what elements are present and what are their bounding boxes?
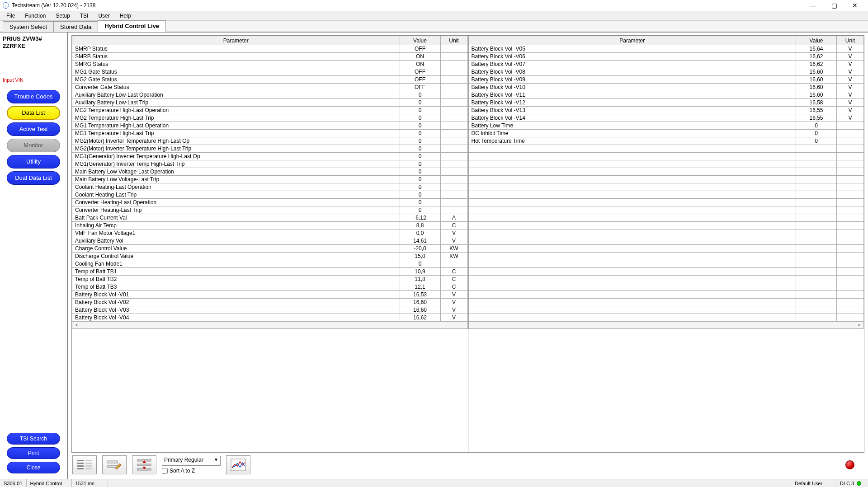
cell-value: 16,60 (796, 76, 837, 84)
table-row[interactable]: DC Inhibit Time0 (468, 130, 864, 137)
table-row[interactable]: MG1(Generator) Inverter Temp High-Last T… (72, 160, 468, 168)
table-row[interactable]: MG2 Temperature High-Last Trip0 (72, 114, 468, 122)
table-row-empty (468, 199, 864, 206)
table-row[interactable]: SMRP StatusOFF (72, 45, 468, 53)
table-row[interactable]: SMRB StatusON (72, 53, 468, 61)
cell-value: 8,8 (400, 222, 440, 229)
table-row[interactable]: Inhaling Air Temp8,8C (72, 222, 468, 229)
table-row[interactable]: Charge Control Value-20,0KW (72, 245, 468, 253)
tab-hybrid-control-live[interactable]: Hybrid Control Live (98, 20, 166, 32)
table-row[interactable]: Battery Block Vol -V0316,60V (72, 306, 468, 314)
table-row[interactable]: Main Battery Low Voltage-Last Trip0 (72, 176, 468, 183)
table-row[interactable]: Temp of Batt TB110,9C (72, 268, 468, 276)
table-row[interactable]: MG2 Temperature High-Last Operation0 (72, 107, 468, 114)
table-row[interactable]: Battery Block Vol -V0216,60V (72, 299, 468, 306)
col-unit[interactable]: Unit (440, 36, 467, 45)
table-row[interactable]: MG1 Temperature High-Last Trip0 (72, 130, 468, 137)
minimize-button[interactable]: — (803, 0, 824, 11)
close-window-button[interactable]: ✕ (844, 0, 865, 11)
table-row[interactable]: Temp of Batt TB211,8C (72, 276, 468, 283)
table-row[interactable]: Main Battery Low Voltage-Last Operation0 (72, 168, 468, 176)
table-row[interactable]: Battery Block Vol -V0716,62V (468, 61, 864, 68)
table-row[interactable]: MG2(Motor) Inverter Temperature High-Las… (72, 145, 468, 153)
side-tsi-search-button[interactable]: TSI Search (7, 433, 60, 445)
table-row[interactable]: MG1 Temperature High-Last Operation0 (72, 122, 468, 130)
cell-unit (440, 137, 467, 145)
tab-stored-data[interactable]: Stored Data (53, 21, 98, 32)
menu-help[interactable]: Help (115, 12, 136, 20)
table-row[interactable]: Battery Block Vol -V0516,64V (468, 45, 864, 53)
expand-rows-button[interactable] (132, 455, 156, 474)
right-hscroll[interactable]: > (468, 322, 864, 329)
edit-selection-button[interactable] (102, 455, 127, 474)
table-row[interactable]: MG2(Motor) Inverter Temperature High-Las… (72, 137, 468, 145)
table-row[interactable]: Battery Block Vol -V1116,60V (468, 91, 864, 99)
sort-checkbox[interactable]: Sort A to Z (162, 468, 221, 474)
list-view-button[interactable] (72, 455, 97, 474)
table-row[interactable]: Cooling Fan Mode10 (72, 260, 468, 268)
table-row[interactable]: Hot Temperature Time0 (468, 137, 864, 145)
record-indicator[interactable] (845, 460, 854, 469)
maximize-button[interactable]: ▢ (824, 0, 844, 11)
menu-user[interactable]: User (94, 12, 114, 20)
table-row[interactable]: SMRG StatusON (72, 61, 468, 68)
side-data-list-button[interactable]: Data List (7, 106, 60, 120)
cell-value: OFF (400, 84, 440, 91)
table-row[interactable]: Converter Heating-Last Operation0 (72, 199, 468, 206)
col-value[interactable]: Value (796, 36, 837, 45)
table-row[interactable]: VMF Fan Motor Voltage10,0V (72, 229, 468, 237)
table-row[interactable]: Auxiliary Battery Low-Last Operation0 (72, 91, 468, 99)
cell-unit (440, 160, 467, 168)
table-row-empty (468, 153, 864, 160)
table-row[interactable]: Battery Block Vol -V0916,60V (468, 76, 864, 84)
col-parameter[interactable]: Parameter (72, 36, 400, 45)
table-row[interactable]: MG1(Generator) Inverter Temperature High… (72, 153, 468, 160)
table-row[interactable]: Battery Block Vol -V1216,58V (468, 99, 864, 107)
col-value[interactable]: Value (400, 36, 440, 45)
table-row-empty (468, 206, 864, 214)
table-row[interactable]: Battery Block Vol -V1016,60V (468, 84, 864, 91)
table-row[interactable]: MG1 Gate StatusOFF (72, 68, 468, 76)
side-close-button[interactable]: Close (7, 462, 60, 473)
cell-param: Battery Block Vol -V05 (468, 45, 796, 53)
side-dual-data-list-button[interactable]: Dual Data List (7, 171, 60, 185)
input-vin-link[interactable]: Input VIN (3, 77, 64, 83)
menu-file[interactable]: File (2, 12, 19, 20)
table-row[interactable]: Coolant Heating-Last Operation0 (72, 183, 468, 191)
cell-unit: C (440, 283, 467, 291)
table-row[interactable]: Battery Block Vol -V1416,55V (468, 114, 864, 122)
side-trouble-codes-button[interactable]: Trouble Codes (7, 90, 60, 103)
left-hscroll[interactable]: < (72, 322, 468, 329)
side-utility-button[interactable]: Utility (7, 155, 60, 169)
svg-rect-6 (85, 465, 92, 467)
table-row[interactable]: MG2 Gate StatusOFF (72, 76, 468, 84)
menu-tsi[interactable]: TSI (75, 12, 93, 20)
table-row[interactable]: Battery Low Time0 (468, 122, 864, 130)
table-row[interactable]: Discharge Control Value15,0KW (72, 253, 468, 260)
menu-function[interactable]: Function (20, 12, 50, 20)
table-row[interactable]: Battery Block Vol -V0116,53V (72, 291, 468, 299)
view-mode-select[interactable]: Primary Regular (162, 456, 221, 466)
side-print-button[interactable]: Print (7, 447, 60, 459)
cell-param: MG2(Motor) Inverter Temperature High-Las… (72, 137, 400, 145)
table-row[interactable]: Battery Block Vol -V0816,60V (468, 68, 864, 76)
table-row[interactable]: Batt Pack Current Val-6,12A (72, 214, 468, 222)
tab-system-select[interactable]: System Select (3, 21, 54, 32)
table-row[interactable]: Battery Block Vol -V1316,55V (468, 107, 864, 114)
table-row[interactable]: Auxiliary Battery Low-Last Trip0 (72, 99, 468, 107)
table-row[interactable]: Coolant Heating-Last Trip0 (72, 191, 468, 199)
table-row[interactable]: Converter Gate StatusOFF (72, 84, 468, 91)
menu-setup[interactable]: Setup (51, 12, 74, 20)
col-unit[interactable]: Unit (837, 36, 864, 45)
cell-param: Hot Temperature Time (468, 137, 796, 145)
col-parameter[interactable]: Parameter (468, 36, 796, 45)
table-row[interactable]: Auxiliary Battery Vol14,61V (72, 237, 468, 245)
sort-checkbox-input[interactable] (162, 468, 168, 474)
cell-param: Battery Block Vol -V09 (468, 76, 796, 84)
graph-button[interactable] (226, 455, 250, 474)
table-row[interactable]: Battery Block Vol -V0416,62V (72, 314, 468, 322)
table-row[interactable]: Battery Block Vol -V0616,62V (468, 53, 864, 61)
side-active-test-button[interactable]: Active Test (7, 122, 60, 136)
table-row[interactable]: Converter Heating-Last Trip0 (72, 206, 468, 214)
table-row[interactable]: Temp of Batt TB312,1C (72, 283, 468, 291)
